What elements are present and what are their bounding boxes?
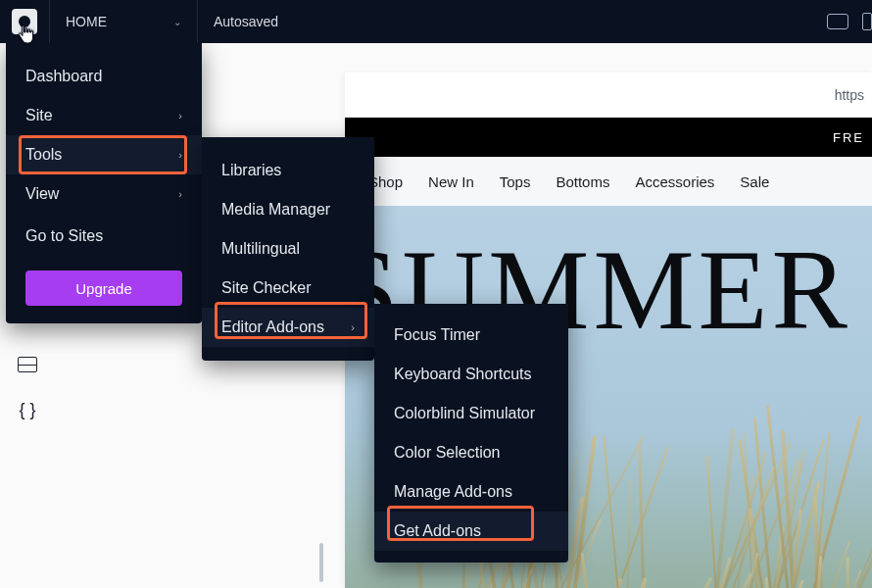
menu-item-label: Go to Sites (25, 227, 103, 245)
nav-item[interactable]: Sale (740, 173, 769, 190)
preview-url-bar: https (345, 73, 872, 118)
menu-item-view[interactable]: View › (6, 174, 202, 214)
editor-addons-submenu: Focus Timer Keyboard Shortcuts Colorblin… (374, 304, 568, 563)
topbar: HOME ⌄ Autosaved (0, 0, 872, 43)
upgrade-label: Upgrade (75, 280, 132, 297)
app-logo-button[interactable] (0, 0, 49, 43)
layers-icon[interactable] (18, 357, 37, 372)
desktop-view-icon[interactable] (827, 14, 848, 29)
nav-item[interactable]: Bottoms (556, 173, 609, 190)
site-nav: Shop New In Tops Bottoms Accessories Sal… (345, 157, 872, 206)
addon-item-get-addons[interactable]: Get Add-ons (374, 512, 568, 551)
main-menu: Dashboard Site › Tools › View › Go to Si… (6, 43, 202, 323)
tools-submenu: Libraries Media Manager Multilingual Sit… (202, 137, 374, 361)
menu-item-label: Libraries (221, 162, 281, 179)
menu-item-label: Site Checker (221, 279, 312, 297)
addon-item-focus-timer[interactable]: Focus Timer (374, 316, 568, 355)
menu-item-label: Multilingual (221, 240, 300, 258)
scroll-indicator (319, 543, 323, 582)
menu-item-label: Media Manager (221, 201, 330, 219)
addon-item-colorblind-simulator[interactable]: Colorblind Simulator (374, 394, 568, 433)
mobile-view-icon[interactable] (862, 13, 872, 30)
menu-item-label: View (25, 185, 59, 203)
menu-item-tools[interactable]: Tools › (6, 135, 202, 174)
menu-item-label: Get Add-ons (394, 522, 481, 540)
page-selector-label: HOME (66, 14, 107, 29)
menu-item-label: Keyboard Shortcuts (394, 366, 532, 383)
menu-item-label: Colorblind Simulator (394, 405, 535, 422)
menu-item-label: Color Selection (394, 444, 501, 462)
site-promo-banner: FRE (345, 118, 872, 157)
submenu-item-editor-addons[interactable]: Editor Add-ons › (202, 308, 374, 347)
chevron-right-icon: › (351, 321, 355, 333)
menu-item-dashboard[interactable]: Dashboard (6, 57, 202, 96)
submenu-item-media-manager[interactable]: Media Manager (202, 190, 374, 229)
code-icon[interactable]: { } (19, 400, 35, 420)
menu-item-label: Dashboard (25, 68, 102, 85)
chevron-right-icon: › (178, 110, 182, 122)
menu-item-label: Focus Timer (394, 326, 480, 344)
nav-item[interactable]: New In (428, 173, 474, 190)
addon-item-color-selection[interactable]: Color Selection (374, 433, 568, 472)
left-tool-rail: { } (12, 357, 43, 420)
preview-url-text: https (835, 87, 864, 103)
menu-item-label: Tools (25, 146, 62, 164)
nav-item[interactable]: Tops (500, 173, 531, 190)
nav-item[interactable]: Accessories (635, 173, 714, 190)
menu-item-go-to-sites[interactable]: Go to Sites (6, 214, 202, 253)
page-selector-dropdown[interactable]: HOME ⌄ (50, 0, 197, 43)
submenu-item-multilingual[interactable]: Multilingual (202, 229, 374, 269)
menu-item-site[interactable]: Site › (6, 96, 202, 135)
submenu-item-libraries[interactable]: Libraries (202, 151, 374, 190)
chevron-down-icon: ⌄ (173, 17, 181, 27)
autosave-status: Autosaved (198, 14, 294, 29)
menu-item-label: Manage Add-ons (394, 483, 512, 501)
chevron-right-icon: › (178, 149, 182, 161)
menu-item-label: Site (25, 107, 53, 124)
menu-item-label: Editor Add-ons (221, 318, 324, 336)
banner-text: FRE (833, 130, 864, 145)
addon-item-manage-addons[interactable]: Manage Add-ons (374, 472, 568, 512)
submenu-item-site-checker[interactable]: Site Checker (202, 269, 374, 308)
upgrade-button[interactable]: Upgrade (25, 270, 182, 306)
addon-item-keyboard-shortcuts[interactable]: Keyboard Shortcuts (374, 355, 568, 394)
chevron-right-icon: › (178, 188, 182, 200)
